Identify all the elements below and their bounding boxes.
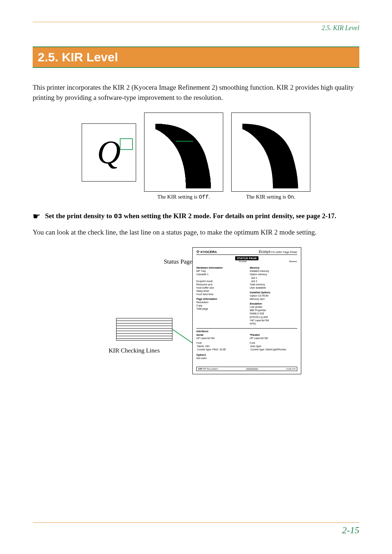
status-page-label: Status Page — [142, 258, 192, 265]
section-heading: 2.5. KIR Level — [33, 46, 359, 68]
sp-interfaces: Interfaces — [196, 330, 297, 333]
caption-off-suffix: . — [209, 194, 210, 200]
pointing-hand-icon: ☛ — [33, 212, 41, 221]
page-footer: 2-15 — [33, 522, 359, 536]
running-header: 2.5. KIR Level — [33, 24, 359, 32]
sp-iface-cols: Serial HP LaserJet 5M Font: Name: Intn C… — [196, 333, 297, 360]
document-page: 2.5. KIR Level 2.5. KIR Level This print… — [0, 0, 392, 554]
intro-paragraph: This printer incorporates the KIR 2 (Kyo… — [33, 82, 359, 102]
sp-columns: Hardware Information MP TrayCassette 1Ec… — [196, 265, 297, 325]
sp-col-left: Hardware Information MP TrayCassette 1Ec… — [196, 265, 244, 325]
caption-off-prefix: The KIR setting is — [158, 194, 199, 200]
caption-on-prefix: The KIR setting is — [246, 194, 287, 200]
sp-divider — [196, 328, 297, 329]
sp-header: ⯎ KYOCERA Ecosys FS-1200+ Page Printer — [196, 250, 297, 255]
letter-q-sample: Q — [82, 113, 136, 182]
letter-q-icon: Q — [97, 136, 121, 169]
caption-on-value: On — [287, 194, 294, 200]
caption-off: The KIR setting is Off. — [144, 194, 223, 200]
sp-title: STATUS PAGE — [235, 256, 258, 260]
sp-title-wrap: STATUS PAGE — [196, 255, 297, 260]
zoom-connector-line — [176, 141, 193, 142]
footer-rule — [33, 522, 359, 523]
caption-on-suffix: . — [294, 194, 295, 200]
after-note-paragraph: You can look at the check line, the last… — [33, 227, 359, 237]
sp-subhead: Firmware:Released: — [196, 260, 297, 262]
kir-on-sample: The KIR setting is On. — [231, 113, 310, 200]
note-text: Set the print density to 03 when setting… — [45, 211, 336, 221]
status-page-thumbnail: ⯎ KYOCERA Ecosys FS-1200+ Page Printer S… — [192, 247, 301, 374]
caption-on: The KIR setting is On. — [231, 194, 310, 200]
curve-off-icon — [144, 113, 223, 192]
kir-off-sample: The KIR setting is Off. — [144, 113, 223, 200]
header-rule — [33, 22, 359, 22]
kir-off-box — [144, 113, 223, 192]
kir-comparison-figure: Q The KIR setting is Off. The KIR se — [33, 113, 359, 200]
note-pre: Set the print density to — [45, 212, 114, 220]
kir-lines-label: KIR Checking Lines — [94, 347, 160, 354]
sp-col-right: Memory Installed memoryOption memory slo… — [250, 265, 297, 325]
curve-on-icon — [232, 113, 310, 192]
page-number: 2-15 — [33, 525, 359, 536]
sp-kir-test-bar: KIR KIR Test pattern |||||||||||||||||||… — [196, 367, 297, 371]
kir-stripes-box — [116, 318, 172, 341]
sp-model-line: Ecosys FS-1200+ Page Printer — [259, 250, 297, 254]
section-title-text: KIR Level — [62, 50, 118, 64]
section-number: 2.5. — [38, 50, 58, 64]
kir-on-box — [231, 113, 310, 192]
note-value: 03 — [114, 212, 122, 220]
note-post: when setting the KIR 2 mode. For details… — [122, 212, 336, 220]
q-box: Q — [82, 123, 136, 182]
zoom-indicator-box — [120, 138, 133, 150]
note-block: ☛ Set the print density to 03 when setti… — [33, 211, 359, 221]
status-page-figure: Status Page KIR Checking Lines ⯎ KYOCERA… — [33, 247, 359, 403]
caption-off-value: Off — [199, 194, 209, 200]
sp-brand: ⯎ KYOCERA — [196, 250, 217, 254]
